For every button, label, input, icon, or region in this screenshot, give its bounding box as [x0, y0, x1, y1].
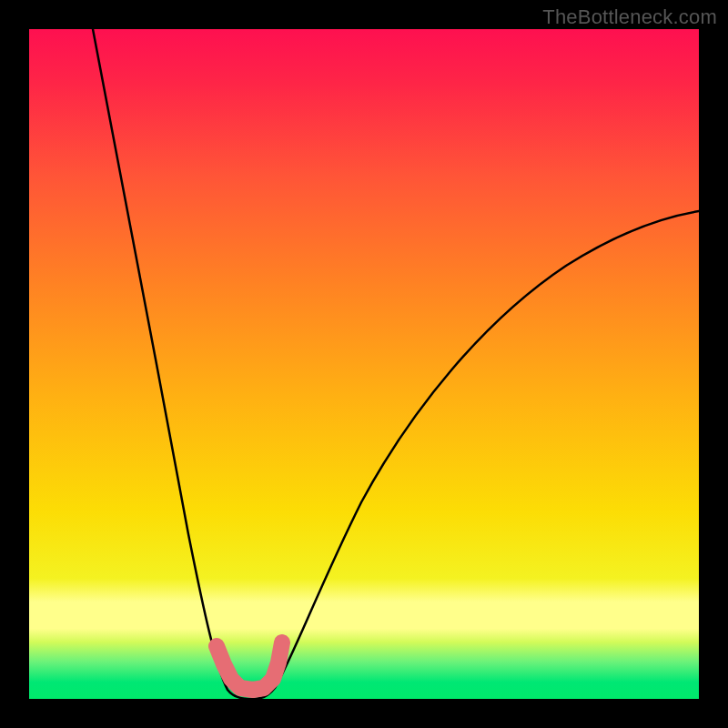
plot-svg — [29, 29, 699, 699]
plot-area — [29, 29, 699, 699]
chart-frame: TheBottleneck.com — [0, 0, 728, 728]
watermark-text: TheBottleneck.com — [542, 5, 717, 29]
gradient-background — [29, 29, 699, 699]
